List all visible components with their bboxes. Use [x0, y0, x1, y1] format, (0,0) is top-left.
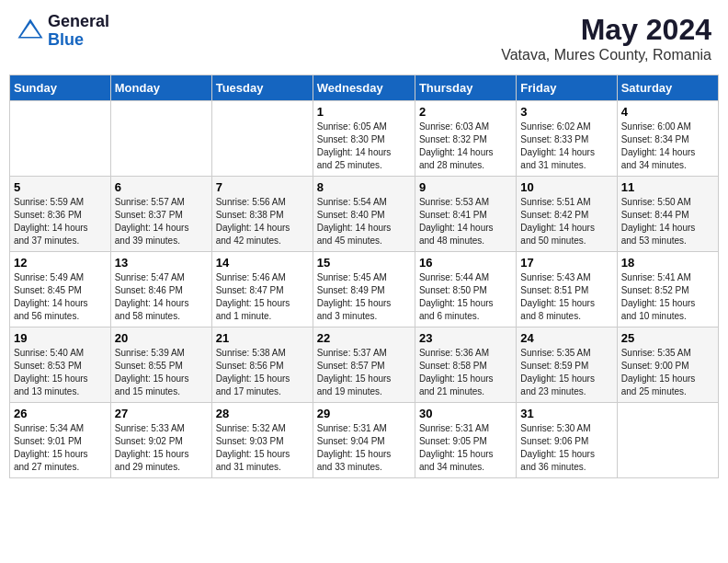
cell-content: 17Sunrise: 5:43 AM Sunset: 8:51 PM Dayli… — [520, 256, 612, 323]
calendar-cell: 14Sunrise: 5:46 AM Sunset: 8:47 PM Dayli… — [211, 252, 313, 327]
calendar-cell: 2Sunrise: 6:03 AM Sunset: 8:32 PM Daylig… — [415, 101, 516, 177]
cell-content: 4Sunrise: 6:00 AM Sunset: 8:34 PM Daylig… — [621, 105, 714, 172]
day-info: Sunrise: 5:44 AM Sunset: 8:50 PM Dayligh… — [419, 271, 512, 323]
calendar-week-5: 26Sunrise: 5:34 AM Sunset: 9:01 PM Dayli… — [10, 403, 719, 478]
day-number: 6 — [115, 180, 208, 194]
calendar-week-2: 5Sunrise: 5:59 AM Sunset: 8:36 PM Daylig… — [10, 177, 719, 252]
day-number: 28 — [216, 407, 309, 420]
calendar-cell: 3Sunrise: 6:02 AM Sunset: 8:33 PM Daylig… — [517, 101, 617, 177]
day-info: Sunrise: 5:54 AM Sunset: 8:40 PM Dayligh… — [317, 196, 411, 247]
day-info: Sunrise: 5:45 AM Sunset: 8:49 PM Dayligh… — [317, 271, 411, 323]
weekday-header-saturday: Saturday — [617, 75, 718, 101]
day-number: 18 — [621, 256, 714, 270]
day-info: Sunrise: 5:30 AM Sunset: 9:06 PM Dayligh… — [520, 422, 612, 474]
day-info: Sunrise: 6:05 AM Sunset: 8:30 PM Dayligh… — [317, 121, 411, 172]
day-info: Sunrise: 5:40 AM Sunset: 8:53 PM Dayligh… — [14, 347, 107, 398]
calendar-cell: 6Sunrise: 5:57 AM Sunset: 8:37 PM Daylig… — [110, 177, 211, 252]
day-info: Sunrise: 5:41 AM Sunset: 8:52 PM Dayligh… — [621, 271, 714, 323]
cell-content: 20Sunrise: 5:39 AM Sunset: 8:55 PM Dayli… — [115, 331, 208, 398]
cell-content: 21Sunrise: 5:38 AM Sunset: 8:56 PM Dayli… — [216, 331, 309, 398]
logo: General Blue — [17, 13, 109, 50]
calendar-cell: 16Sunrise: 5:44 AM Sunset: 8:50 PM Dayli… — [415, 252, 516, 327]
day-info: Sunrise: 5:31 AM Sunset: 9:05 PM Dayligh… — [419, 422, 512, 474]
calendar-cell: 5Sunrise: 5:59 AM Sunset: 8:36 PM Daylig… — [10, 177, 111, 252]
day-number: 7 — [216, 180, 309, 194]
calendar-cell: 29Sunrise: 5:31 AM Sunset: 9:04 PM Dayli… — [313, 403, 415, 478]
cell-content: 6Sunrise: 5:57 AM Sunset: 8:37 PM Daylig… — [115, 180, 208, 247]
calendar-cell: 22Sunrise: 5:37 AM Sunset: 8:57 PM Dayli… — [313, 327, 415, 403]
day-number: 14 — [216, 256, 309, 270]
calendar-cell: 28Sunrise: 5:32 AM Sunset: 9:03 PM Dayli… — [211, 403, 313, 478]
cell-content: 26Sunrise: 5:34 AM Sunset: 9:01 PM Dayli… — [14, 407, 107, 474]
cell-content: 27Sunrise: 5:33 AM Sunset: 9:02 PM Dayli… — [115, 407, 208, 474]
cell-content: 2Sunrise: 6:03 AM Sunset: 8:32 PM Daylig… — [419, 105, 512, 172]
day-info: Sunrise: 5:32 AM Sunset: 9:03 PM Dayligh… — [216, 422, 309, 474]
cell-content: 13Sunrise: 5:47 AM Sunset: 8:46 PM Dayli… — [115, 256, 208, 323]
day-info: Sunrise: 5:31 AM Sunset: 9:04 PM Dayligh… — [317, 422, 411, 474]
day-number: 25 — [621, 331, 714, 345]
day-info: Sunrise: 5:59 AM Sunset: 8:36 PM Dayligh… — [14, 196, 107, 247]
day-info: Sunrise: 5:36 AM Sunset: 8:58 PM Dayligh… — [419, 347, 512, 398]
day-info: Sunrise: 5:38 AM Sunset: 8:56 PM Dayligh… — [216, 347, 309, 398]
weekday-header-tuesday: Tuesday — [211, 75, 313, 101]
day-number: 5 — [14, 180, 107, 194]
day-info: Sunrise: 5:37 AM Sunset: 8:57 PM Dayligh… — [317, 347, 411, 398]
cell-content: 19Sunrise: 5:40 AM Sunset: 8:53 PM Dayli… — [14, 331, 107, 398]
cell-content: 14Sunrise: 5:46 AM Sunset: 8:47 PM Dayli… — [216, 256, 309, 323]
day-info: Sunrise: 5:51 AM Sunset: 8:42 PM Dayligh… — [520, 196, 612, 247]
weekday-header-monday: Monday — [110, 75, 211, 101]
day-number: 10 — [520, 180, 612, 194]
day-number: 26 — [14, 407, 107, 420]
calendar-cell: 11Sunrise: 5:50 AM Sunset: 8:44 PM Dayli… — [617, 177, 718, 252]
cell-content: 1Sunrise: 6:05 AM Sunset: 8:30 PM Daylig… — [317, 105, 411, 172]
logo-general: General — [48, 13, 109, 31]
day-number: 13 — [115, 256, 208, 270]
day-number: 21 — [216, 331, 309, 345]
cell-content: 28Sunrise: 5:32 AM Sunset: 9:03 PM Dayli… — [216, 407, 309, 474]
day-info: Sunrise: 6:00 AM Sunset: 8:34 PM Dayligh… — [621, 121, 714, 172]
calendar-cell: 24Sunrise: 5:35 AM Sunset: 8:59 PM Dayli… — [517, 327, 617, 403]
cell-content: 18Sunrise: 5:41 AM Sunset: 8:52 PM Dayli… — [621, 256, 714, 323]
cell-content: 23Sunrise: 5:36 AM Sunset: 8:58 PM Dayli… — [419, 331, 512, 398]
calendar-cell: 31Sunrise: 5:30 AM Sunset: 9:06 PM Dayli… — [517, 403, 617, 478]
day-number: 27 — [115, 407, 208, 420]
calendar-cell — [211, 101, 313, 177]
logo-blue: Blue — [48, 31, 109, 50]
calendar-cell: 9Sunrise: 5:53 AM Sunset: 8:41 PM Daylig… — [415, 177, 516, 252]
day-info: Sunrise: 5:46 AM Sunset: 8:47 PM Dayligh… — [216, 271, 309, 323]
logo-icon — [17, 17, 44, 45]
logo-text: General Blue — [48, 13, 109, 50]
day-info: Sunrise: 5:35 AM Sunset: 8:59 PM Dayligh… — [520, 347, 612, 398]
cell-content: 7Sunrise: 5:56 AM Sunset: 8:38 PM Daylig… — [216, 180, 309, 247]
day-info: Sunrise: 5:35 AM Sunset: 9:00 PM Dayligh… — [621, 347, 714, 398]
calendar-cell: 18Sunrise: 5:41 AM Sunset: 8:52 PM Dayli… — [617, 252, 718, 327]
calendar-cell: 7Sunrise: 5:56 AM Sunset: 8:38 PM Daylig… — [211, 177, 313, 252]
calendar-cell: 19Sunrise: 5:40 AM Sunset: 8:53 PM Dayli… — [10, 327, 111, 403]
calendar-cell: 27Sunrise: 5:33 AM Sunset: 9:02 PM Dayli… — [110, 403, 211, 478]
calendar-week-4: 19Sunrise: 5:40 AM Sunset: 8:53 PM Dayli… — [10, 327, 719, 403]
calendar-cell: 12Sunrise: 5:49 AM Sunset: 8:45 PM Dayli… — [10, 252, 111, 327]
day-number: 31 — [520, 407, 612, 420]
cell-content: 8Sunrise: 5:54 AM Sunset: 8:40 PM Daylig… — [317, 180, 411, 247]
day-number: 8 — [317, 180, 411, 194]
day-number: 2 — [419, 105, 512, 119]
day-info: Sunrise: 5:33 AM Sunset: 9:02 PM Dayligh… — [115, 422, 208, 474]
day-info: Sunrise: 5:39 AM Sunset: 8:55 PM Dayligh… — [115, 347, 208, 398]
day-info: Sunrise: 5:34 AM Sunset: 9:01 PM Dayligh… — [14, 422, 107, 474]
calendar-cell: 17Sunrise: 5:43 AM Sunset: 8:51 PM Dayli… — [517, 252, 617, 327]
day-number: 23 — [419, 331, 512, 345]
cell-content: 10Sunrise: 5:51 AM Sunset: 8:42 PM Dayli… — [520, 180, 612, 247]
calendar-week-1: 1Sunrise: 6:05 AM Sunset: 8:30 PM Daylig… — [10, 101, 719, 177]
day-number: 22 — [317, 331, 411, 345]
calendar-cell: 1Sunrise: 6:05 AM Sunset: 8:30 PM Daylig… — [313, 101, 415, 177]
calendar-cell: 26Sunrise: 5:34 AM Sunset: 9:01 PM Dayli… — [10, 403, 111, 478]
weekday-header-friday: Friday — [517, 75, 617, 101]
calendar-table: SundayMondayTuesdayWednesdayThursdayFrid… — [9, 75, 719, 478]
location: Vatava, Mures County, Romania — [501, 47, 711, 63]
day-number: 29 — [317, 407, 411, 420]
cell-content: 25Sunrise: 5:35 AM Sunset: 9:00 PM Dayli… — [621, 331, 714, 398]
weekday-header-sunday: Sunday — [10, 75, 111, 101]
month-year: May 2024 — [501, 13, 711, 47]
cell-content: 5Sunrise: 5:59 AM Sunset: 8:36 PM Daylig… — [14, 180, 107, 247]
calendar-cell: 4Sunrise: 6:00 AM Sunset: 8:34 PM Daylig… — [617, 101, 718, 177]
